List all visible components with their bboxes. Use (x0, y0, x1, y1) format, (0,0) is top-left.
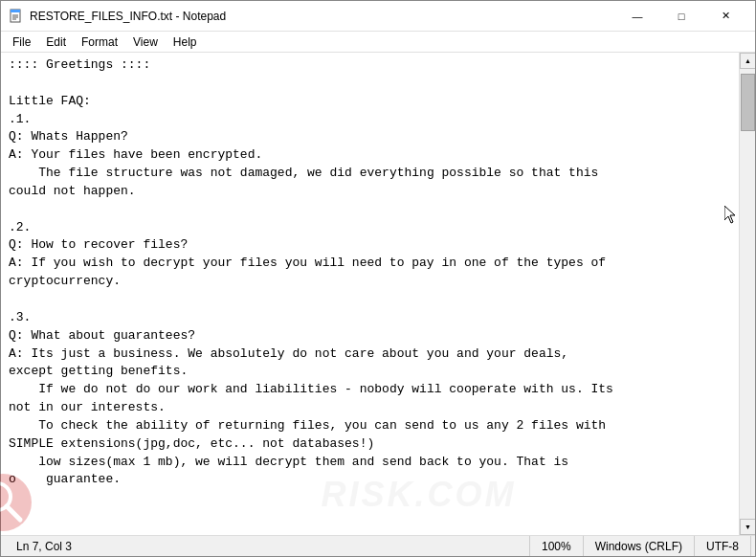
editor-area: ▲ ▼ (1, 53, 755, 535)
scroll-thumb[interactable] (741, 74, 755, 131)
status-line-ending: Windows (CRLF) (584, 536, 695, 556)
menu-bar: File Edit Format View Help (1, 32, 755, 53)
app-icon (9, 9, 24, 24)
window-controls: — □ ✕ (615, 1, 747, 32)
status-zoom: 100% (530, 536, 584, 556)
window-title: RESTORE_FILES_INFO.txt - Notepad (30, 10, 615, 23)
close-button[interactable]: ✕ (703, 1, 747, 32)
title-bar: RESTORE_FILES_INFO.txt - Notepad — □ ✕ (1, 1, 755, 32)
maximize-button[interactable]: □ (659, 1, 703, 32)
minimize-button[interactable]: — (615, 1, 659, 32)
status-encoding: UTF-8 (695, 536, 751, 556)
status-position: Ln 7, Col 3 (5, 536, 530, 556)
svg-rect-1 (11, 10, 20, 12)
notepad-window: RESTORE_FILES_INFO.txt - Notepad — □ ✕ F… (0, 0, 756, 557)
scroll-down-button[interactable]: ▼ (740, 519, 755, 535)
menu-format[interactable]: Format (74, 33, 125, 51)
text-editor[interactable] (1, 53, 739, 535)
status-bar: Ln 7, Col 3 100% Windows (CRLF) UTF-8 (1, 535, 755, 556)
menu-edit[interactable]: Edit (38, 33, 74, 51)
scroll-up-button[interactable]: ▲ (740, 53, 755, 69)
scrollbar[interactable]: ▲ ▼ (739, 53, 755, 535)
scroll-track[interactable] (740, 69, 755, 519)
menu-view[interactable]: View (125, 33, 166, 51)
menu-file[interactable]: File (5, 33, 38, 51)
menu-help[interactable]: Help (166, 33, 205, 51)
